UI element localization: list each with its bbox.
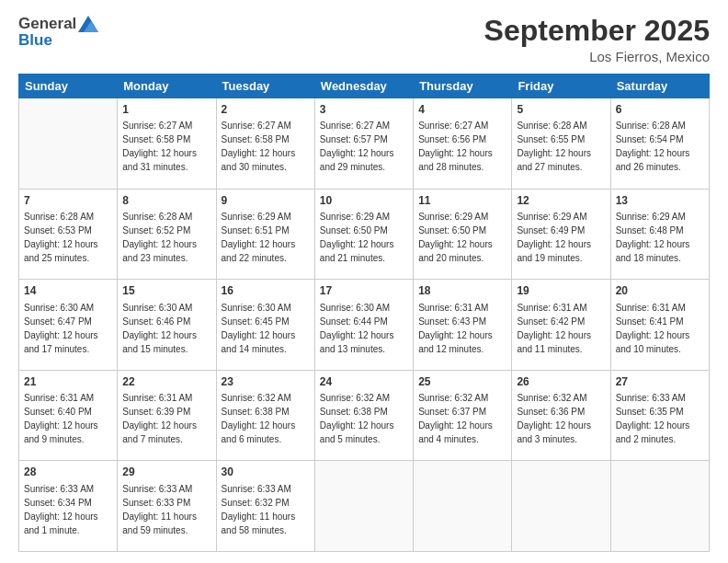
day-number: 16 (222, 283, 310, 298)
calendar-cell: 30Sunrise: 6:33 AM Sunset: 6:32 PM Dayli… (216, 461, 314, 552)
calendar-row: 28Sunrise: 6:33 AM Sunset: 6:34 PM Dayli… (19, 461, 710, 552)
logo-general: General (18, 15, 76, 33)
day-number: 24 (320, 374, 408, 389)
calendar-cell: 18Sunrise: 6:31 AM Sunset: 6:43 PM Dayli… (414, 280, 512, 371)
calendar-cell: 22Sunrise: 6:31 AM Sunset: 6:39 PM Dayli… (118, 370, 216, 461)
calendar-cell: 15Sunrise: 6:30 AM Sunset: 6:46 PM Dayli… (118, 280, 216, 371)
calendar-cell: 7Sunrise: 6:28 AM Sunset: 6:53 PM Daylig… (19, 189, 118, 280)
day-number: 18 (418, 283, 506, 298)
day-info: Sunrise: 6:30 AM Sunset: 6:47 PM Dayligh… (24, 303, 98, 354)
calendar-cell: 9Sunrise: 6:29 AM Sunset: 6:51 PM Daylig… (216, 189, 314, 280)
calendar-cell: 19Sunrise: 6:31 AM Sunset: 6:42 PM Dayli… (512, 280, 610, 371)
day-number: 12 (517, 193, 605, 208)
calendar-row: 21Sunrise: 6:31 AM Sunset: 6:40 PM Dayli… (19, 370, 710, 461)
calendar-cell: 26Sunrise: 6:32 AM Sunset: 6:36 PM Dayli… (512, 370, 610, 461)
calendar-cell: 13Sunrise: 6:29 AM Sunset: 6:48 PM Dayli… (610, 189, 709, 280)
day-number: 1 (122, 102, 210, 117)
calendar-cell (19, 98, 118, 190)
day-info: Sunrise: 6:31 AM Sunset: 6:40 PM Dayligh… (24, 393, 98, 444)
calendar-cell: 11Sunrise: 6:29 AM Sunset: 6:50 PM Dayli… (414, 189, 512, 280)
calendar-cell (314, 461, 413, 552)
calendar-cell (414, 461, 512, 552)
day-info: Sunrise: 6:31 AM Sunset: 6:43 PM Dayligh… (418, 303, 493, 354)
day-number: 9 (222, 193, 310, 208)
calendar-cell: 3Sunrise: 6:27 AM Sunset: 6:57 PM Daylig… (314, 98, 413, 190)
day-info: Sunrise: 6:29 AM Sunset: 6:51 PM Dayligh… (222, 212, 296, 263)
day-number: 20 (616, 283, 704, 298)
header-thursday: Thursday (414, 75, 512, 98)
header-wednesday: Wednesday (314, 75, 413, 98)
calendar-cell: 20Sunrise: 6:31 AM Sunset: 6:41 PM Dayli… (610, 280, 709, 371)
day-info: Sunrise: 6:28 AM Sunset: 6:55 PM Dayligh… (517, 121, 591, 172)
header-monday: Monday (118, 75, 216, 98)
day-number: 30 (222, 465, 310, 479)
day-info: Sunrise: 6:28 AM Sunset: 6:52 PM Dayligh… (122, 212, 197, 263)
calendar-cell: 2Sunrise: 6:27 AM Sunset: 6:58 PM Daylig… (216, 98, 314, 190)
calendar-cell: 23Sunrise: 6:32 AM Sunset: 6:38 PM Dayli… (216, 370, 314, 461)
day-info: Sunrise: 6:31 AM Sunset: 6:41 PM Dayligh… (616, 303, 690, 354)
calendar-cell: 8Sunrise: 6:28 AM Sunset: 6:52 PM Daylig… (118, 189, 216, 280)
day-info: Sunrise: 6:32 AM Sunset: 6:37 PM Dayligh… (418, 393, 493, 444)
day-number: 10 (320, 193, 408, 208)
day-number: 22 (122, 374, 210, 389)
day-info: Sunrise: 6:30 AM Sunset: 6:45 PM Dayligh… (222, 303, 296, 354)
calendar-cell: 25Sunrise: 6:32 AM Sunset: 6:37 PM Dayli… (414, 370, 512, 461)
day-info: Sunrise: 6:29 AM Sunset: 6:50 PM Dayligh… (320, 212, 394, 263)
calendar-row: 7Sunrise: 6:28 AM Sunset: 6:53 PM Daylig… (19, 189, 710, 280)
calendar-cell: 16Sunrise: 6:30 AM Sunset: 6:45 PM Dayli… (216, 280, 314, 371)
day-info: Sunrise: 6:27 AM Sunset: 6:57 PM Dayligh… (320, 121, 394, 172)
day-info: Sunrise: 6:29 AM Sunset: 6:50 PM Dayligh… (418, 212, 493, 263)
page: General Blue September 2025 Los Fierros,… (0, 0, 728, 563)
calendar-header-row: Sunday Monday Tuesday Wednesday Thursday… (19, 75, 710, 98)
header-saturday: Saturday (610, 75, 709, 98)
day-number: 17 (320, 283, 408, 298)
day-number: 29 (122, 465, 210, 479)
header-friday: Friday (512, 75, 610, 98)
day-info: Sunrise: 6:29 AM Sunset: 6:48 PM Dayligh… (616, 212, 690, 263)
header-sunday: Sunday (19, 75, 118, 98)
title-section: September 2025 Los Fierros, Mexico (484, 15, 710, 64)
day-info: Sunrise: 6:27 AM Sunset: 6:56 PM Dayligh… (418, 121, 493, 172)
calendar-cell: 24Sunrise: 6:32 AM Sunset: 6:38 PM Dayli… (314, 370, 413, 461)
calendar-cell: 4Sunrise: 6:27 AM Sunset: 6:56 PM Daylig… (414, 98, 512, 190)
day-info: Sunrise: 6:27 AM Sunset: 6:58 PM Dayligh… (222, 121, 296, 172)
calendar-cell: 17Sunrise: 6:30 AM Sunset: 6:44 PM Dayli… (314, 280, 413, 371)
calendar-cell: 28Sunrise: 6:33 AM Sunset: 6:34 PM Dayli… (19, 461, 118, 552)
day-number: 5 (517, 102, 605, 117)
day-number: 21 (24, 374, 112, 389)
day-number: 7 (24, 193, 112, 208)
day-number: 8 (122, 193, 210, 208)
calendar-cell: 29Sunrise: 6:33 AM Sunset: 6:33 PM Dayli… (118, 461, 216, 552)
day-info: Sunrise: 6:33 AM Sunset: 6:34 PM Dayligh… (24, 484, 98, 535)
day-number: 3 (320, 102, 408, 117)
header: General Blue September 2025 Los Fierros,… (18, 15, 710, 64)
day-number: 27 (616, 374, 704, 389)
logo: General Blue (18, 15, 98, 50)
calendar-cell: 5Sunrise: 6:28 AM Sunset: 6:55 PM Daylig… (512, 98, 610, 190)
day-number: 11 (418, 193, 506, 208)
calendar-cell: 12Sunrise: 6:29 AM Sunset: 6:49 PM Dayli… (512, 189, 610, 280)
day-info: Sunrise: 6:28 AM Sunset: 6:53 PM Dayligh… (24, 212, 98, 263)
logo-icon (78, 16, 98, 32)
day-info: Sunrise: 6:30 AM Sunset: 6:44 PM Dayligh… (320, 303, 394, 354)
day-number: 15 (122, 283, 210, 298)
day-info: Sunrise: 6:28 AM Sunset: 6:54 PM Dayligh… (616, 121, 690, 172)
day-number: 28 (24, 465, 112, 479)
calendar-cell (610, 461, 709, 552)
day-info: Sunrise: 6:32 AM Sunset: 6:36 PM Dayligh… (517, 393, 591, 444)
day-number: 23 (222, 374, 310, 389)
day-info: Sunrise: 6:32 AM Sunset: 6:38 PM Dayligh… (320, 393, 394, 444)
header-tuesday: Tuesday (216, 75, 314, 98)
calendar-row: 1Sunrise: 6:27 AM Sunset: 6:58 PM Daylig… (19, 98, 710, 190)
day-number: 4 (418, 102, 506, 117)
day-info: Sunrise: 6:33 AM Sunset: 6:35 PM Dayligh… (616, 393, 690, 444)
calendar-table: Sunday Monday Tuesday Wednesday Thursday… (18, 74, 710, 552)
calendar-cell: 10Sunrise: 6:29 AM Sunset: 6:50 PM Dayli… (314, 189, 413, 280)
calendar-cell: 1Sunrise: 6:27 AM Sunset: 6:58 PM Daylig… (118, 98, 216, 190)
day-info: Sunrise: 6:31 AM Sunset: 6:39 PM Dayligh… (122, 393, 197, 444)
location: Los Fierros, Mexico (484, 49, 710, 64)
day-number: 13 (616, 193, 704, 208)
day-number: 14 (24, 283, 112, 298)
day-number: 19 (517, 283, 605, 298)
day-info: Sunrise: 6:33 AM Sunset: 6:32 PM Dayligh… (222, 484, 296, 535)
